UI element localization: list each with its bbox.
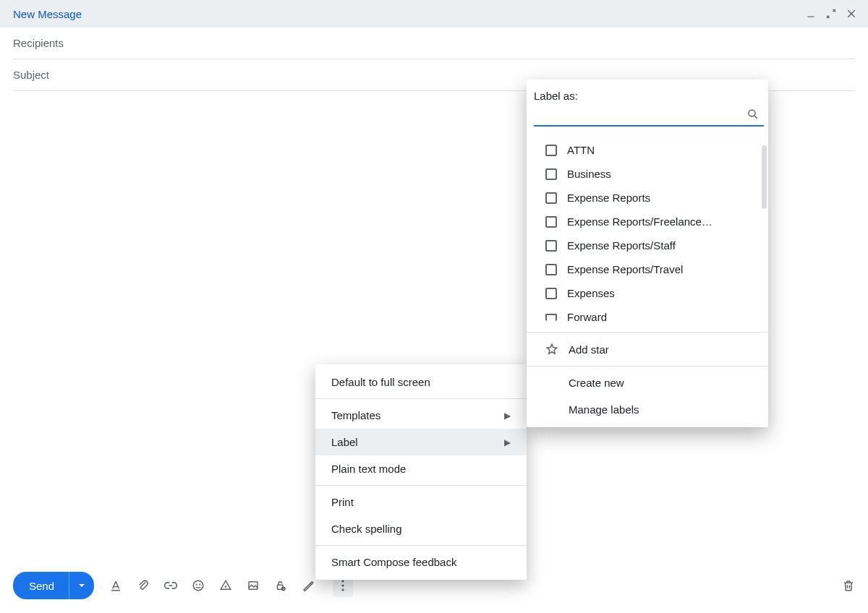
image-icon[interactable] xyxy=(246,578,260,593)
svg-point-11 xyxy=(341,588,344,591)
link-icon[interactable] xyxy=(163,578,178,593)
svg-rect-1 xyxy=(111,590,120,591)
menu-item-label: Label xyxy=(331,436,358,448)
drive-icon[interactable] xyxy=(218,578,233,593)
checkbox-icon xyxy=(545,288,557,299)
label-text: Business xyxy=(567,168,611,180)
svg-point-12 xyxy=(749,110,755,116)
menu-divider xyxy=(315,485,527,486)
label-search-input[interactable] xyxy=(534,108,764,127)
scrollbar-thumb[interactable] xyxy=(762,145,767,209)
label-add-star[interactable]: Add star xyxy=(527,335,768,363)
menu-smart-compose-feedback[interactable]: Smart Compose feedback xyxy=(315,549,527,575)
checkbox-icon xyxy=(545,145,557,156)
svg-rect-0 xyxy=(807,17,814,17)
label-option-expenses[interactable]: Expenses xyxy=(527,281,761,305)
checkbox-icon xyxy=(545,264,557,275)
svg-rect-6 xyxy=(249,582,258,590)
svg-point-10 xyxy=(341,584,344,586)
svg-point-4 xyxy=(200,584,200,585)
label-text: Manage labels xyxy=(569,403,639,416)
label-list: ATTN Business Expense Reports Expense Re… xyxy=(527,138,768,329)
confidential-icon[interactable] xyxy=(273,578,288,593)
chevron-right-icon: ▶ xyxy=(504,437,511,447)
window-controls xyxy=(804,7,858,20)
svg-point-2 xyxy=(193,580,203,591)
menu-item-label: Default to full screen xyxy=(331,376,430,388)
label-text: Add star xyxy=(569,343,609,356)
checkbox-icon xyxy=(545,240,557,252)
label-search-wrap xyxy=(534,108,764,127)
label-option-expense-reports-staff[interactable]: Expense Reports/Staff xyxy=(527,233,761,257)
label-option-expense-reports[interactable]: Expense Reports xyxy=(527,186,761,210)
checkbox-icon xyxy=(545,216,557,228)
signature-icon[interactable] xyxy=(301,578,315,593)
label-option-expense-reports-travel[interactable]: Expense Reports/Travel xyxy=(527,257,761,281)
menu-divider xyxy=(315,398,527,399)
text-format-icon[interactable] xyxy=(109,578,123,593)
label-manage-labels[interactable]: Manage labels xyxy=(527,396,768,423)
svg-point-5 xyxy=(225,586,226,587)
label-option-business[interactable]: Business xyxy=(527,162,761,186)
label-text: Expense Reports/Freelance… xyxy=(567,215,712,228)
discard-draft-icon[interactable] xyxy=(842,579,855,592)
search-icon xyxy=(746,108,760,121)
label-text: ATTN xyxy=(567,144,595,156)
label-submenu: Label as: ATTN Business Expense Reports … xyxy=(527,80,768,427)
menu-print[interactable]: Print xyxy=(315,489,527,515)
menu-divider xyxy=(527,332,768,333)
recipients-field[interactable]: Recipients xyxy=(13,27,855,59)
send-split-button: Send xyxy=(13,572,94,599)
menu-label[interactable]: Label ▶ xyxy=(315,429,527,455)
star-icon xyxy=(545,343,558,356)
label-option-expense-reports-freelance[interactable]: Expense Reports/Freelance… xyxy=(527,210,761,233)
minimize-icon[interactable] xyxy=(804,7,817,20)
checkbox-icon xyxy=(545,314,557,321)
menu-item-label: Check spelling xyxy=(331,523,402,535)
pop-out-icon[interactable] xyxy=(825,7,838,20)
chevron-right-icon: ▶ xyxy=(504,411,511,421)
label-text: Expenses xyxy=(567,287,615,299)
label-panel-title: Label as: xyxy=(527,80,768,108)
label-text: Expense Reports/Travel xyxy=(567,263,683,275)
label-option-forward[interactable]: Forward xyxy=(527,305,761,329)
svg-point-9 xyxy=(341,580,344,582)
svg-point-3 xyxy=(196,584,197,585)
label-option-attn[interactable]: ATTN xyxy=(527,138,761,162)
menu-item-label: Print xyxy=(331,496,354,508)
window-title: New Message xyxy=(13,8,82,20)
menu-item-label: Plain text mode xyxy=(331,463,406,475)
more-options-menu: Default to full screen Templates ▶ Label… xyxy=(315,364,527,580)
menu-plain-text[interactable]: Plain text mode xyxy=(315,455,527,482)
menu-check-spelling[interactable]: Check spelling xyxy=(315,515,527,542)
menu-divider xyxy=(527,366,768,366)
emoji-icon[interactable] xyxy=(191,578,205,593)
menu-item-label: Templates xyxy=(331,409,380,421)
close-icon[interactable] xyxy=(845,7,858,20)
checkbox-icon xyxy=(545,168,557,180)
menu-default-full-screen[interactable]: Default to full screen xyxy=(315,369,527,395)
subject-placeholder: Subject xyxy=(13,69,49,81)
recipients-placeholder: Recipients xyxy=(13,37,64,49)
compose-title-bar: New Message xyxy=(0,0,868,27)
label-text: Expense Reports/Staff xyxy=(567,239,676,252)
menu-divider xyxy=(315,545,527,546)
menu-templates[interactable]: Templates ▶ xyxy=(315,402,527,429)
checkbox-icon xyxy=(545,192,557,204)
menu-item-label: Smart Compose feedback xyxy=(331,556,456,568)
label-text: Forward xyxy=(567,311,607,323)
label-text: Create new xyxy=(569,377,624,389)
send-button[interactable]: Send xyxy=(13,572,69,599)
label-text: Expense Reports xyxy=(567,192,650,204)
attach-icon[interactable] xyxy=(136,578,150,593)
send-options-button[interactable] xyxy=(69,572,94,599)
label-create-new[interactable]: Create new xyxy=(527,369,768,396)
